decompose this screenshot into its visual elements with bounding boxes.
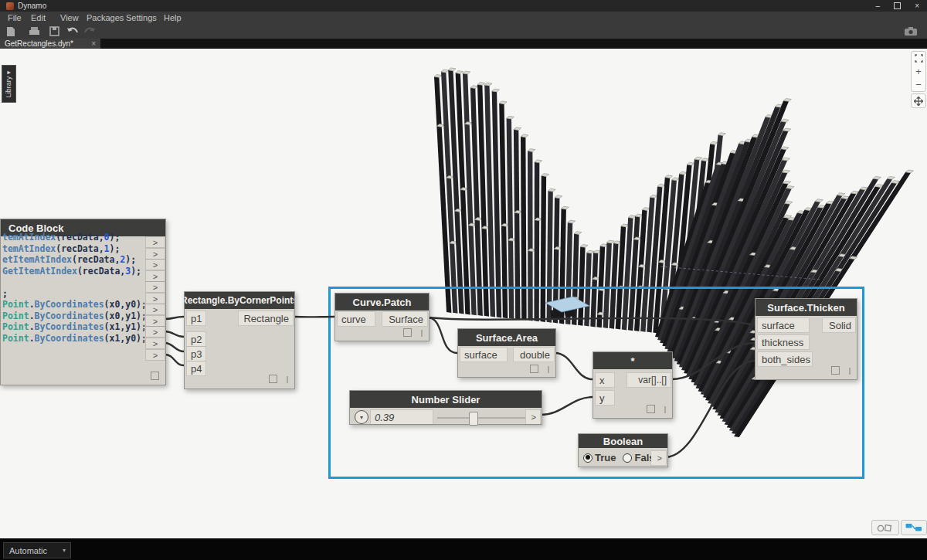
output-port-surface[interactable]: Surface (382, 312, 427, 326)
output-port[interactable]: > (146, 294, 165, 304)
output-port[interactable]: > (146, 249, 165, 259)
menu-file[interactable]: File (8, 13, 22, 22)
redo-button[interactable] (83, 25, 96, 37)
camera-export-button[interactable] (902, 25, 919, 37)
input-port-p4[interactable]: p4 (187, 361, 205, 375)
node-title[interactable]: Surface.Thicken (756, 299, 857, 316)
tab-bar: GetRectangles.dyn* × (0, 39, 927, 49)
chevron-down-icon: ▾ (360, 414, 363, 421)
output-port[interactable]: > (146, 237, 165, 247)
new-file-button[interactable] (5, 25, 17, 37)
preview-checkbox[interactable] (151, 372, 159, 380)
code-block-text[interactable]: temAtIndex(recData,0);temAtIndex(recData… (2, 232, 144, 344)
minimize-button[interactable]: – (876, 2, 881, 10)
graph-view-icon (905, 523, 922, 532)
lacing-indicator (548, 366, 549, 373)
dynamo-logo-icon (6, 2, 14, 10)
slider-value-field[interactable]: 0.39 (371, 410, 433, 424)
close-button[interactable]: × (915, 2, 919, 10)
window-title: Dynamo (18, 2, 46, 10)
node-boolean[interactable]: Boolean True False > (578, 433, 668, 467)
zoom-fit-icon[interactable] (912, 52, 925, 65)
preview-checkbox[interactable] (269, 375, 277, 383)
geometry-view-toggle[interactable] (871, 520, 899, 535)
menu-view[interactable]: View (60, 13, 79, 22)
input-port-thickness[interactable]: thickness (758, 335, 809, 349)
output-port[interactable]: > (146, 282, 165, 292)
input-port-both-sides[interactable]: both_sides (758, 352, 812, 366)
menu-help[interactable]: Help (164, 13, 182, 22)
save-button[interactable] (48, 25, 60, 37)
graph-view-toggle[interactable] (901, 520, 927, 535)
output-port-rectangle[interactable]: Rectangle (239, 311, 293, 325)
output-port-solid[interactable]: Solid (823, 318, 855, 332)
node-curve-patch[interactable]: Curve.Patch curve Surface (334, 293, 430, 341)
input-port-surface[interactable]: surface (758, 318, 809, 332)
lacing-indicator (421, 330, 423, 337)
node-title[interactable]: Surface.Area (458, 329, 555, 346)
boolean-options: True False (583, 452, 660, 463)
node-rectangle-bycornerpoints[interactable]: Rectangle.ByCornerPoints p1 p2 p3 p4 Rec… (184, 291, 295, 389)
library-panel-tab[interactable]: Library ▾ (2, 65, 16, 103)
preview-checkbox[interactable] (831, 366, 840, 375)
node-title[interactable]: * (593, 352, 672, 369)
output-port-var[interactable]: var[]..[] (627, 373, 671, 387)
pan-icon[interactable] (912, 94, 925, 107)
dynamo-window: Code Block temAtIndex(recData,0);temAtIn… (0, 0, 927, 560)
node-multiply[interactable]: * x y var[]..[] (593, 351, 673, 419)
status-bar: Automatic ▾ (0, 538, 927, 560)
tool-bar (0, 24, 927, 39)
input-port-surface[interactable]: surface (460, 348, 507, 361)
preview-checkbox[interactable] (403, 328, 412, 337)
output-port-double[interactable]: double (514, 348, 554, 361)
open-button[interactable] (28, 25, 40, 37)
zoom-in-button[interactable]: + (912, 65, 925, 78)
menu-settings[interactable]: Settings (126, 13, 157, 22)
input-port-y[interactable]: y (596, 391, 614, 405)
menu-bar: File Edit View Packages Settings Help (0, 12, 927, 24)
output-port[interactable]: > (146, 271, 165, 281)
preview-checkbox[interactable] (647, 405, 655, 413)
output-port[interactable]: > (651, 451, 666, 465)
output-port[interactable]: > (146, 304, 165, 314)
zoom-out-button[interactable]: − (912, 78, 925, 91)
title-bar: Dynamo – × (0, 0, 927, 12)
output-port[interactable]: > (146, 327, 165, 337)
lacing-indicator (664, 406, 666, 413)
node-code-block[interactable]: Code Block temAtIndex(recData,0);temAtIn… (0, 219, 166, 385)
tab-getrectangles[interactable]: GetRectangles.dyn* × (0, 39, 100, 49)
input-port-p2[interactable]: p2 (187, 332, 205, 346)
geometry-view-icon (877, 524, 894, 532)
input-port-curve[interactable]: curve (338, 312, 375, 326)
output-port[interactable]: > (146, 350, 165, 360)
node-surface-area[interactable]: Surface.Area surface double (457, 328, 556, 378)
input-port-p1[interactable]: p1 (187, 311, 205, 325)
node-title[interactable]: Boolean (579, 434, 667, 448)
node-title[interactable]: Rectangle.ByCornerPoints (185, 292, 294, 309)
slider-track[interactable] (437, 417, 525, 419)
input-port-p3[interactable]: p3 (187, 347, 205, 361)
output-port[interactable]: > (526, 410, 540, 424)
radio-false[interactable] (623, 453, 632, 463)
dropdown-caret-icon: ▾ (63, 547, 66, 554)
output-port[interactable]: > (146, 338, 165, 348)
input-port-x[interactable]: x (596, 373, 614, 387)
tab-close-icon[interactable]: × (91, 39, 96, 48)
slider-handle[interactable] (469, 412, 478, 426)
output-port[interactable]: > (146, 316, 165, 326)
node-number-slider[interactable]: Number Slider ▾ 0.39 > (349, 390, 542, 425)
run-mode-dropdown[interactable]: Automatic ▾ (3, 542, 71, 558)
node-title[interactable]: Number Slider (350, 391, 542, 408)
preview-checkbox[interactable] (530, 365, 538, 373)
menu-edit[interactable]: Edit (31, 13, 46, 22)
node-title[interactable]: Curve.Patch (335, 294, 429, 311)
zoom-controls: + − (911, 51, 926, 92)
menu-packages[interactable]: Packages (87, 13, 124, 22)
slider-collapse-button[interactable]: ▾ (355, 410, 368, 424)
undo-button[interactable] (66, 25, 79, 37)
radio-true[interactable] (583, 453, 593, 463)
maximize-button[interactable] (894, 2, 901, 9)
output-port[interactable]: > (146, 260, 165, 270)
node-surface-thicken[interactable]: Surface.Thicken surface thickness both_s… (755, 298, 857, 380)
lacing-indicator (849, 368, 851, 375)
